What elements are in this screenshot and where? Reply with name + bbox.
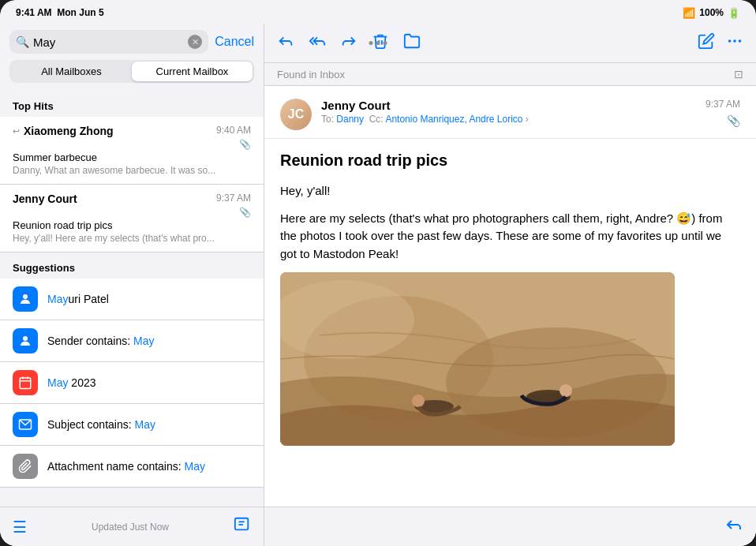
email-body-main: Here are my selects (that's what pro pho… <box>280 210 740 264</box>
wifi-icon: 📶 <box>683 7 695 19</box>
svg-point-0 <box>23 294 28 299</box>
folder-button[interactable] <box>403 32 421 54</box>
expand-icon[interactable]: ⊡ <box>734 68 743 80</box>
svg-point-11 <box>733 39 736 43</box>
svg-point-10 <box>728 39 732 43</box>
email-preview: Hey, y'all! Here are my selects (that's … <box>13 233 251 244</box>
suggestion-label: Mayuri Patel <box>47 293 109 305</box>
email-list-item[interactable]: ↩ Xiaomeng Zhong 9:40 AM 📎 Summer barbec… <box>0 117 264 185</box>
attachment-icon: 📎 <box>239 139 251 150</box>
suggestions-header: Suggestions <box>0 252 264 279</box>
toolbar-dot <box>369 41 373 45</box>
all-mailboxes-tab[interactable]: All Mailboxes <box>11 62 132 81</box>
avatar: JC <box>280 99 312 130</box>
calendar-icon <box>13 370 38 395</box>
battery-icon: 🔋 <box>728 7 740 19</box>
attachment-icon: 📎 <box>239 207 251 218</box>
email-inline-image <box>280 272 675 446</box>
paperclip-icon <box>13 454 38 479</box>
reply-all-button[interactable] <box>309 32 326 54</box>
email-time: 9:37 AM <box>216 193 251 204</box>
search-bar[interactable]: 🔍 May ✕ <box>9 30 208 54</box>
email-subject-display: Reunion road trip pics <box>280 151 740 170</box>
svg-rect-2 <box>20 378 31 389</box>
draft-icon: ↩ <box>13 126 20 136</box>
left-panel: 🔍 May ✕ Cancel All Mailboxes Current Mai… <box>0 24 264 546</box>
update-status: Updated Just Now <box>92 522 169 533</box>
svg-point-1 <box>23 336 28 341</box>
email-sender: Jenny Court <box>13 193 77 205</box>
email-received-time: 9:37 AM <box>705 99 740 110</box>
suggestion-item[interactable]: May 2023 <box>0 362 264 404</box>
search-bar-container: 🔍 May ✕ Cancel <box>0 24 264 60</box>
search-icon: 🔍 <box>16 36 29 48</box>
email-subject: Summer barbecue <box>13 151 251 163</box>
current-mailbox-tab[interactable]: Current Mailbox <box>132 62 253 81</box>
svg-point-18 <box>412 395 425 407</box>
email-preview: Danny, What an awesome barbecue. It was … <box>13 165 251 176</box>
status-time: 9:41 AM Mon Jun 5 <box>16 7 104 18</box>
search-clear-button[interactable]: ✕ <box>188 35 202 49</box>
search-input[interactable]: May <box>33 36 184 49</box>
suggestion-item[interactable]: Mayuri Patel <box>0 279 264 320</box>
left-bottom-bar: ☰ Updated Just Now <box>0 507 264 546</box>
email-header-right: 9:37 AM 📎 <box>705 99 740 127</box>
compose-icon[interactable] <box>234 516 251 537</box>
person-icon <box>13 286 38 312</box>
compose-new-button[interactable] <box>698 32 715 54</box>
right-panel: Found in Inbox ⊡ JC Jenny Court To: Dann… <box>264 24 756 546</box>
forward-button[interactable] <box>340 32 357 54</box>
email-meta: Jenny Court To: Danny Cc: Antonio Manriq… <box>321 99 696 125</box>
toolbar-dot <box>376 41 380 45</box>
email-list-item[interactable]: Jenny Court 9:37 AM 📎 Reunion road trip … <box>0 185 264 252</box>
email-header: JC Jenny Court To: Danny Cc: Antonio Man… <box>264 86 756 139</box>
filter-icon[interactable]: ☰ <box>13 518 27 537</box>
mailbox-scope-control[interactable]: All Mailboxes Current Mailbox <box>9 60 254 83</box>
suggestion-label: May 2023 <box>47 376 96 389</box>
svg-point-20 <box>560 384 572 397</box>
status-indicators: 📶 100% 🔋 <box>683 7 740 19</box>
toolbar-dot <box>384 41 387 45</box>
email-content-area[interactable]: JC Jenny Court To: Danny Cc: Antonio Man… <box>264 86 756 507</box>
more-options-button[interactable] <box>726 32 743 54</box>
suggestion-label: Attachment name contains: May <box>47 460 205 473</box>
suggestion-item[interactable]: Attachment name contains: May <box>0 446 264 488</box>
right-bottom-bar <box>264 507 756 546</box>
email-subject: Reunion road trip pics <box>13 219 251 231</box>
cancel-button[interactable]: Cancel <box>215 35 254 49</box>
search-results-scroll[interactable]: Top Hits ↩ Xiaomeng Zhong 9:40 AM 📎 Summ <box>0 91 264 507</box>
email-recipients: To: Danny Cc: Antonio Manriquez, Andre L… <box>321 114 696 125</box>
rock-surface <box>280 272 675 446</box>
suggestion-label: Subject contains: May <box>47 418 155 431</box>
person-icon <box>13 328 38 353</box>
email-from-name: Jenny Court <box>321 99 696 112</box>
status-bar: 9:41 AM Mon Jun 5 📶 100% 🔋 <box>0 0 756 24</box>
email-time: 9:40 AM <box>216 125 251 136</box>
suggestion-label: Sender contains: May <box>47 335 154 347</box>
reply-inline-button[interactable] <box>724 515 743 538</box>
reply-button[interactable] <box>277 32 294 54</box>
found-label: Found in Inbox <box>277 69 345 80</box>
attachment-indicator: 📎 <box>727 114 740 127</box>
suggestion-item[interactable]: Subject contains: May <box>0 404 264 446</box>
email-sender: Xiaomeng Zhong <box>24 125 114 137</box>
battery-level: 100% <box>699 7 724 18</box>
email-toolbar <box>264 24 756 63</box>
email-body: Reunion road trip pics Hey, y'all! Here … <box>264 139 756 458</box>
email-body-greeting: Hey, y'all! <box>280 182 740 200</box>
svg-point-12 <box>739 39 742 43</box>
suggestion-item[interactable]: Sender contains: May <box>0 320 264 362</box>
envelope-icon <box>13 412 38 437</box>
top-hits-header: Top Hits <box>0 91 264 117</box>
found-in-inbox-bar: Found in Inbox ⊡ <box>264 63 756 86</box>
